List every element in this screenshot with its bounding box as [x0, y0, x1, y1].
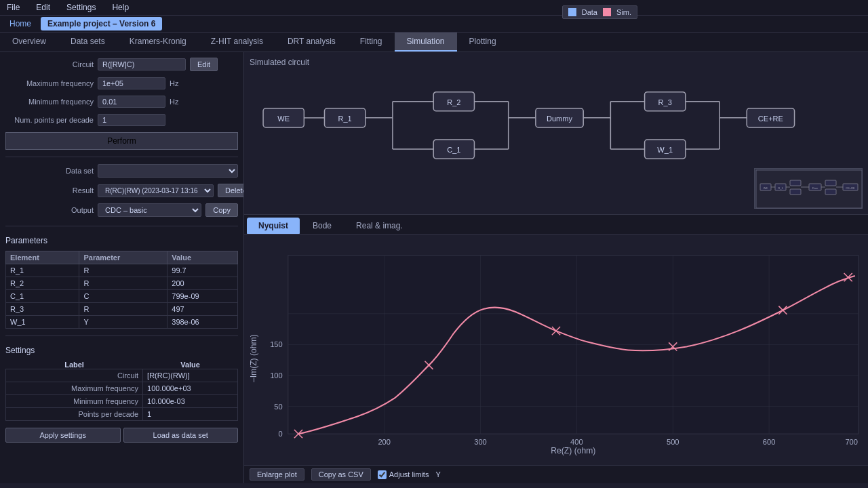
- svg-rect-51: [825, 189, 836, 195]
- params-cell-value: 200: [167, 277, 238, 290]
- svg-rect-44: [790, 180, 801, 186]
- tab-kramers-kronig[interactable]: Kramers-Kronig: [117, 33, 199, 52]
- min-freq-input[interactable]: [98, 96, 165, 108]
- plot-tab-bode[interactable]: Bode: [301, 218, 343, 234]
- copy-csv-button[interactable]: Copy as CSV: [311, 468, 371, 481]
- settings-cell-value: 10.000e-03: [143, 395, 238, 408]
- right-panel: Simulated circuit WE R_1 R_2: [244, 52, 868, 483]
- result-dropdown[interactable]: R(RC)(RW) (2023-03-17 13:16: [98, 184, 214, 197]
- settings-col-label: Label: [6, 361, 143, 369]
- params-col-parameter: Parameter: [79, 251, 167, 264]
- num-points-input[interactable]: [98, 114, 165, 126]
- dataset-row: Data set: [5, 164, 238, 178]
- plot-bottombar: Enlarge plot Copy as CSV Adjust limits Y: [244, 465, 868, 483]
- params-cell-value: 99.7: [167, 264, 238, 277]
- svg-text:Dum: Dum: [812, 186, 818, 190]
- max-freq-label: Maximum frequency: [5, 79, 94, 87]
- menu-edit[interactable]: Edit: [33, 1, 53, 14]
- settings-cell-value: 1: [143, 408, 238, 421]
- tab-simulation[interactable]: Simulation: [395, 33, 457, 52]
- params-tbody: R_1R99.7R_2R200C_1C799e-09R_3R497W_1Y398…: [6, 264, 238, 329]
- min-freq-row: Minimum frequency Hz: [5, 96, 238, 108]
- svg-rect-45: [790, 189, 801, 195]
- settings-cell-label: Points per decade: [6, 408, 143, 421]
- apply-settings-button[interactable]: Apply settings: [5, 428, 121, 443]
- num-points-row: Num. points per decade: [5, 114, 238, 126]
- plot-tab-real-imag[interactable]: Real & imag.: [344, 218, 414, 234]
- adjust-limits-label: Adjust limits: [389, 470, 429, 479]
- table-row: Points per decade1: [6, 408, 238, 421]
- params-cell-value: 497: [167, 303, 238, 316]
- svg-text:WE: WE: [277, 115, 290, 123]
- menu-settings[interactable]: Settings: [64, 1, 98, 14]
- output-dropdown[interactable]: CDC – basic: [98, 203, 201, 217]
- output-label: Output: [5, 206, 94, 214]
- tab-plotting[interactable]: Plotting: [457, 33, 509, 52]
- plot-area: 0 50 100 150 200 300 400 500 600 700 Re(…: [244, 235, 868, 465]
- tab-home[interactable]: Home: [3, 17, 38, 30]
- perform-button[interactable]: Perform: [5, 132, 238, 150]
- enlarge-plot-button[interactable]: Enlarge plot: [250, 468, 304, 481]
- plot-tabs: Nyquist Bode Real & imag. Data Sim.: [244, 215, 868, 235]
- edit-button[interactable]: Edit: [190, 58, 218, 71]
- circuit-title: Simulated circuit: [250, 58, 863, 67]
- legend-sim-label: Sim.: [616, 8, 631, 16]
- min-freq-label: Minimum frequency: [5, 98, 94, 106]
- params-cell-parameter: C: [79, 290, 167, 303]
- svg-text:R_1: R_1: [778, 186, 783, 190]
- dataset-dropdown[interactable]: [98, 164, 238, 178]
- adjust-limits-wrap: Adjust limits: [378, 470, 429, 479]
- params-cell-element: R_3: [6, 303, 79, 316]
- svg-text:150: 150: [270, 340, 283, 348]
- table-row: R_2R200: [6, 277, 238, 290]
- parameters-table: Element Parameter Value R_1R99.7R_2R200C…: [5, 251, 238, 329]
- settings-title: Settings: [5, 346, 238, 355]
- copy-output-button[interactable]: Copy: [205, 203, 238, 217]
- svg-text:W_1: W_1: [657, 146, 673, 154]
- svg-text:300: 300: [474, 438, 487, 446]
- tab-project[interactable]: Example project – Version 6: [41, 17, 162, 30]
- svg-text:100: 100: [270, 371, 283, 380]
- y-label: Y: [435, 470, 440, 479]
- circuit-input[interactable]: [98, 58, 186, 70]
- project-tabbar: Home Example project – Version 6: [0, 16, 868, 33]
- svg-text:R_3: R_3: [658, 98, 672, 106]
- svg-text:700: 700: [845, 438, 858, 446]
- tab-datasets[interactable]: Data sets: [58, 33, 117, 52]
- plot-tab-nyquist[interactable]: Nyquist: [247, 218, 300, 234]
- delete-button[interactable]: Delete: [218, 184, 244, 197]
- adjust-limits-checkbox[interactable]: [378, 470, 387, 479]
- settings-cell-label: Minimum frequency: [6, 395, 143, 408]
- max-freq-row: Maximum frequency Hz: [5, 77, 238, 89]
- tab-fitting[interactable]: Fitting: [348, 33, 395, 52]
- nav-tabs: Overview Data sets Kramers-Kronig Z-HIT …: [0, 33, 868, 52]
- params-cell-element: R_1: [6, 264, 79, 277]
- params-cell-value: 799e-09: [167, 290, 238, 303]
- menu-file[interactable]: File: [4, 1, 22, 14]
- min-freq-unit: Hz: [170, 98, 178, 106]
- menubar: File Edit Settings Help: [0, 0, 868, 16]
- left-panel: Circuit Edit Maximum frequency Hz Minimu…: [0, 52, 244, 483]
- svg-text:50: 50: [274, 403, 282, 411]
- legend-sim-box: [603, 8, 611, 16]
- settings-cell-label: Maximum frequency: [6, 382, 143, 395]
- svg-text:200: 200: [378, 438, 391, 446]
- max-freq-unit: Hz: [170, 79, 178, 87]
- tab-zhit[interactable]: Z-HIT analysis: [199, 33, 275, 52]
- tab-drt[interactable]: DRT analysis: [275, 33, 348, 52]
- params-cell-parameter: R: [79, 303, 167, 316]
- circuit-minimap: WE R_1 Dum CE+RE: [754, 168, 863, 209]
- nyquist-plot: 0 50 100 150 200 300 400 500 600 700 Re(…: [247, 237, 865, 462]
- params-cell-element: R_2: [6, 277, 79, 290]
- max-freq-input[interactable]: [98, 77, 165, 89]
- tab-overview[interactable]: Overview: [0, 33, 58, 52]
- svg-text:CE+RE: CE+RE: [758, 115, 783, 123]
- params-cell-parameter: Y: [79, 316, 167, 329]
- menu-help[interactable]: Help: [109, 1, 132, 14]
- table-row: Maximum frequency100.000e+03: [6, 382, 238, 395]
- load-dataset-button[interactable]: Load as data set: [123, 428, 239, 443]
- circuit-area: Simulated circuit WE R_1 R_2: [244, 52, 868, 215]
- svg-rect-50: [825, 180, 836, 186]
- main-layout: Circuit Edit Maximum frequency Hz Minimu…: [0, 52, 868, 483]
- svg-text:Dummy: Dummy: [547, 115, 572, 123]
